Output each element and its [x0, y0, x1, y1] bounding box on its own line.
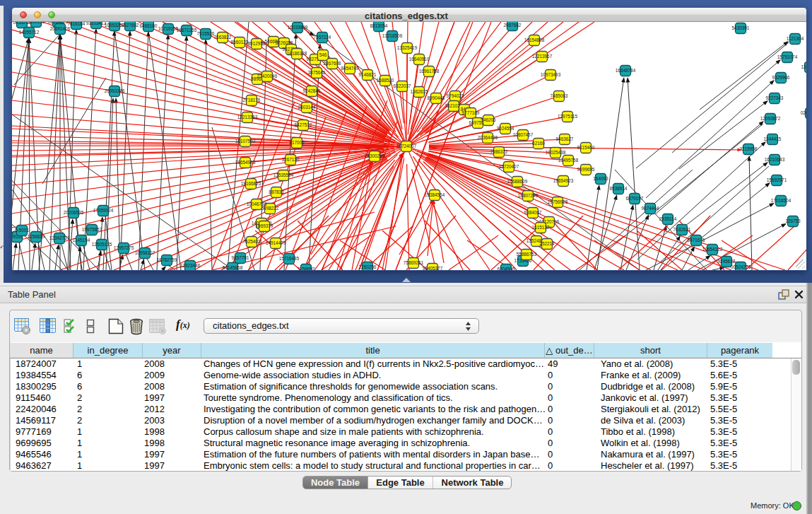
svg-text:23420046: 23420046: [257, 74, 278, 78]
svg-text:13495758: 13495758: [558, 158, 579, 163]
svg-text:10958107: 10958107: [135, 250, 155, 255]
svg-text:9115460: 9115460: [577, 145, 595, 150]
svg-text:12093872: 12093872: [760, 116, 781, 121]
svg-text:7816184: 7816184: [68, 22, 86, 26]
svg-text:9857791: 9857791: [232, 255, 249, 260]
svg-text:3024554: 3024554: [497, 126, 514, 131]
svg-text:14055712: 14055712: [19, 30, 40, 35]
svg-text:2087682: 2087682: [504, 23, 522, 28]
svg-text:9600133: 9600133: [28, 22, 45, 24]
svg-text:10046788: 10046788: [247, 201, 267, 206]
svg-text:7357224: 7357224: [314, 35, 331, 40]
svg-text:13218506: 13218506: [382, 33, 403, 38]
svg-text:12923446: 12923446: [180, 263, 201, 268]
svg-text:1244415: 1244415: [764, 136, 782, 141]
svg-text:54145868: 54145868: [223, 265, 243, 270]
svg-text:2260256: 2260256: [359, 264, 377, 269]
svg-text:7625402: 7625402: [243, 239, 261, 244]
svg-text:20691406: 20691406: [50, 26, 71, 31]
svg-text:55886753: 55886753: [517, 252, 537, 257]
svg-text:1615132: 1615132: [532, 225, 550, 230]
svg-text:3267130: 3267130: [282, 157, 300, 162]
svg-text:7663822: 7663822: [214, 35, 232, 40]
svg-text:2718176: 2718176: [243, 98, 261, 103]
svg-text:10654122: 10654122: [702, 247, 723, 252]
svg-text:3158692: 3158692: [298, 267, 315, 270]
svg-text:13325419: 13325419: [397, 45, 418, 50]
svg-text:18186328: 18186328: [287, 51, 307, 56]
svg-text:20364436: 20364436: [478, 135, 498, 140]
svg-text:12505135: 12505135: [92, 242, 112, 247]
svg-text:8813054: 8813054: [370, 23, 388, 28]
svg-text:12213363: 12213363: [237, 115, 258, 119]
svg-text:8938914: 8938914: [610, 186, 628, 191]
svg-text:00524278: 00524278: [731, 264, 751, 269]
svg-text:7632621: 7632621: [673, 227, 691, 232]
svg-text:8454749: 8454749: [341, 66, 359, 71]
svg-text:12342737: 12342737: [49, 235, 70, 240]
svg-text:9699695: 9699695: [577, 167, 595, 172]
svg-text:126753: 126753: [785, 218, 801, 223]
svg-text:9384067: 9384067: [524, 210, 542, 215]
svg-text:16033809: 16033809: [288, 25, 308, 30]
svg-text:164093: 164093: [593, 176, 608, 181]
svg-text:16107552: 16107552: [235, 139, 256, 144]
svg-text:75869261: 75869261: [404, 260, 424, 265]
svg-text:17359924: 17359924: [93, 208, 114, 213]
svg-text:7485063: 7485063: [551, 93, 568, 98]
svg-text:19166825: 19166825: [241, 181, 261, 186]
svg-text:96405377: 96405377: [423, 266, 443, 270]
svg-text:8660123: 8660123: [231, 40, 249, 45]
svg-text:16210643: 16210643: [765, 157, 785, 162]
svg-text:6879197: 6879197: [626, 196, 644, 201]
svg-text:1326773: 1326773: [801, 64, 806, 69]
svg-text:1156829: 1156829: [28, 234, 45, 239]
svg-text:8471676: 8471676: [688, 238, 705, 243]
svg-text:15720407: 15720407: [499, 164, 519, 169]
svg-text:16782759: 16782759: [157, 257, 177, 262]
svg-text:19384554: 19384554: [425, 192, 445, 197]
svg-text:16640910: 16640910: [409, 57, 430, 62]
svg-text:15751074: 15751074: [777, 54, 798, 59]
svg-text:9242845: 9242845: [303, 88, 321, 93]
svg-text:2867608: 2867608: [324, 61, 341, 66]
svg-text:3215958: 3215958: [740, 146, 758, 151]
svg-text:19756928: 19756928: [548, 199, 568, 204]
svg-text:546: 546: [319, 52, 327, 57]
svg-text:9777169: 9777169: [462, 110, 480, 115]
svg-text:12213967: 12213967: [532, 54, 553, 59]
svg-text:20206535: 20206535: [64, 210, 84, 215]
svg-text:13535594: 13535594: [273, 173, 294, 177]
svg-text:2935114: 2935114: [659, 216, 677, 221]
svg-text:9329966: 9329966: [772, 75, 790, 80]
svg-text:8990448: 8990448: [428, 95, 445, 100]
svg-text:9245612: 9245612: [718, 259, 736, 264]
svg-text:9794023: 9794023: [447, 93, 464, 98]
svg-text:1145194: 1145194: [73, 238, 90, 243]
svg-text:19975857: 19975857: [82, 227, 102, 232]
svg-text:15716485: 15716485: [279, 256, 300, 261]
svg-text:7986372: 7986372: [490, 149, 508, 154]
svg-text:1527602: 1527602: [122, 23, 139, 28]
svg-text:10719155: 10719155: [158, 26, 179, 31]
svg-text:1969379: 1969379: [256, 223, 273, 228]
svg-text:2803144: 2803144: [298, 105, 316, 110]
svg-text:18300295: 18300295: [365, 153, 385, 158]
svg-text:1362615: 1362615: [411, 89, 428, 94]
svg-text:02606474: 02606474: [801, 110, 806, 115]
svg-text:20953346: 20953346: [105, 88, 125, 93]
svg-text:10973493: 10973493: [541, 72, 561, 77]
svg-text:9227343: 9227343: [766, 95, 784, 100]
svg-text:10807457: 10807457: [513, 132, 534, 137]
svg-text:14914479: 14914479: [266, 240, 286, 245]
svg-text:15692971: 15692971: [767, 177, 787, 182]
svg-text:252214: 252214: [539, 241, 555, 246]
svg-text:817006: 817006: [289, 140, 305, 145]
svg-text:18724007: 18724007: [396, 144, 417, 148]
svg-text:10025438: 10025438: [546, 150, 566, 155]
svg-text:12975115: 12975115: [558, 114, 577, 119]
svg-text:6322037: 6322037: [394, 83, 411, 88]
svg-text:93103413: 93103413: [86, 22, 107, 25]
svg-text:19654923: 19654923: [235, 160, 256, 165]
svg-text:62160: 62160: [532, 141, 545, 146]
